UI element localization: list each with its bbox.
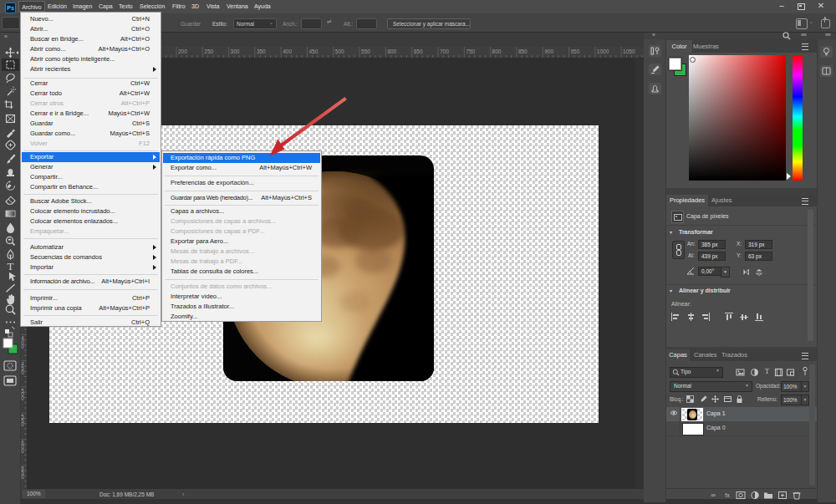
svg-text:0: 0 (21, 344, 24, 349)
svg-text:200: 200 (178, 48, 187, 54)
svg-text:650: 650 (414, 48, 423, 54)
svg-text:700: 700 (440, 48, 449, 54)
svg-text:900: 900 (544, 48, 553, 54)
svg-text:T: T (8, 260, 14, 272)
svg-text:400: 400 (283, 48, 292, 54)
svg-text:850: 850 (518, 48, 528, 54)
svg-text:950: 950 (571, 48, 580, 54)
svg-text:550: 550 (361, 48, 370, 54)
svg-text:450: 450 (309, 48, 319, 54)
svg-text:0: 0 (21, 369, 24, 375)
svg-text:0: 0 (21, 448, 24, 454)
svg-text:0: 0 (21, 395, 24, 401)
svg-text:350: 350 (257, 48, 266, 54)
svg-text:1000: 1000 (597, 48, 609, 54)
svg-text:300: 300 (231, 48, 240, 54)
svg-text:600: 600 (387, 48, 396, 54)
svg-text:800: 800 (492, 48, 502, 54)
svg-text:750: 750 (466, 48, 475, 54)
svg-text:250: 250 (204, 48, 213, 54)
svg-text:0: 0 (21, 421, 24, 427)
svg-text:»: » (4, 33, 8, 39)
svg-text:1050: 1050 (623, 48, 635, 54)
svg-text:500: 500 (335, 48, 344, 54)
svg-text:0: 0 (21, 474, 24, 480)
